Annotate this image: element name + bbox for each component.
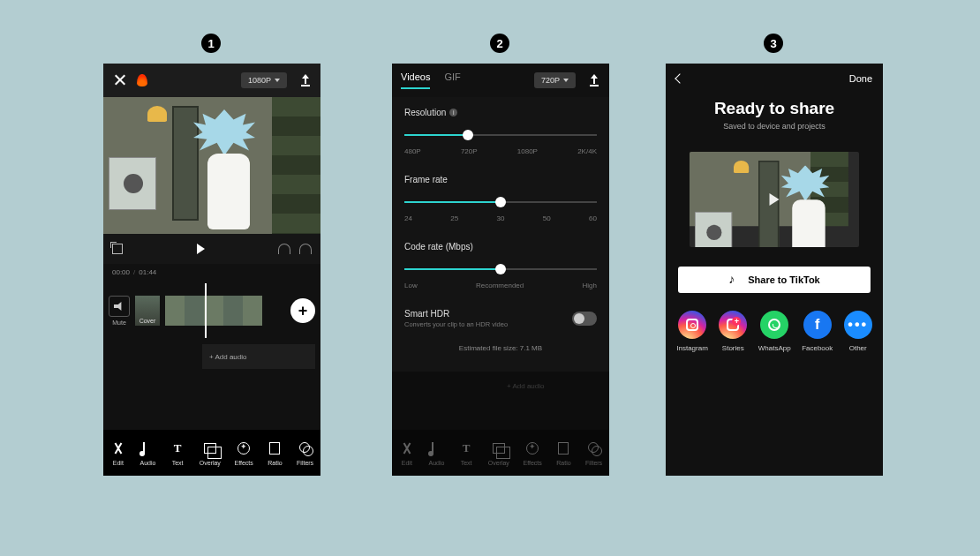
redo-icon[interactable] xyxy=(299,244,312,254)
chevron-down-icon xyxy=(275,79,280,82)
step-badge-1: 1 xyxy=(201,34,221,53)
timeline[interactable]: Mute Cover + xyxy=(103,280,320,342)
close-icon[interactable] xyxy=(112,72,128,88)
export-icon[interactable] xyxy=(588,74,600,86)
stories-icon xyxy=(719,311,747,339)
tool-overlay[interactable]: Overlay xyxy=(200,440,221,466)
playhead[interactable] xyxy=(205,283,207,338)
text-icon: T xyxy=(170,440,185,456)
screen-2-export-settings: Videos GIF 720P Resolutioni 480P 720P 10… xyxy=(392,64,609,476)
share-instagram[interactable]: Instagram xyxy=(676,311,708,352)
facebook-icon: f xyxy=(803,311,832,339)
music-note-icon xyxy=(143,442,152,455)
slider-thumb[interactable] xyxy=(495,264,506,274)
resolution-value: 1080P xyxy=(248,76,271,85)
filters-icon xyxy=(299,442,312,455)
cover-button[interactable]: Cover xyxy=(135,296,160,326)
fullscreen-icon[interactable] xyxy=(112,244,123,254)
screen-1-editor: 1080P 00:00 / 01:44 Mute Cover xyxy=(103,64,320,476)
slider-thumb[interactable] xyxy=(495,197,506,207)
slider-frame-rate[interactable]: Frame rate 24 25 30 50 60 xyxy=(404,175,597,222)
share-targets: Instagram Stories WhatsApp f Facebook ••… xyxy=(666,311,883,352)
play-icon xyxy=(770,193,780,206)
share-other[interactable]: ••• Other xyxy=(844,311,872,352)
tool-filters[interactable]: Filters xyxy=(297,440,313,466)
export-topbar: Videos GIF 720P xyxy=(392,64,609,97)
chevron-down-icon xyxy=(563,79,569,82)
resolution-dropdown[interactable]: 1080P xyxy=(241,72,287,88)
back-icon[interactable] xyxy=(675,73,684,83)
effects-icon xyxy=(237,442,250,455)
clip-strip[interactable] xyxy=(165,296,285,326)
tab-gif[interactable]: GIF xyxy=(444,71,460,89)
more-icon: ••• xyxy=(844,311,872,339)
estimated-size: Estimated file size: 7.1 MB xyxy=(404,344,597,352)
share-title: Ready to share xyxy=(666,99,883,118)
done-button[interactable]: Done xyxy=(849,73,872,84)
add-audio-button[interactable]: + Add audio xyxy=(202,344,315,369)
tool-edit[interactable]: Edit xyxy=(110,440,126,466)
tool-effects[interactable]: Effects xyxy=(235,440,253,466)
share-subtitle: Saved to device and projects xyxy=(666,122,883,131)
resolution-dropdown[interactable]: 720P xyxy=(534,72,576,88)
overlay-icon xyxy=(204,443,216,454)
smart-hdr-row: Smart HDR Converts your clip to an HDR v… xyxy=(404,309,597,328)
whatsapp-icon xyxy=(760,311,788,339)
tiktok-icon xyxy=(728,274,741,286)
slider-resolution[interactable]: Resolutioni 480P 720P 1080P 2K/4K xyxy=(404,108,597,155)
ratio-icon xyxy=(269,442,280,455)
video-preview[interactable] xyxy=(103,97,320,234)
share-whatsapp[interactable]: WhatsApp xyxy=(758,311,791,352)
bottom-toolbar: Edit Audio TText Overlay Effects Ratio F… xyxy=(103,430,320,476)
step-badge-3: 3 xyxy=(764,34,783,53)
playback-controls xyxy=(103,234,320,264)
flame-icon[interactable] xyxy=(137,74,147,86)
share-facebook[interactable]: f Facebook xyxy=(802,311,833,352)
resolution-value: 720P xyxy=(541,76,560,85)
step-badge-2: 2 xyxy=(490,34,509,53)
play-icon[interactable] xyxy=(197,244,205,254)
editor-topbar: 1080P xyxy=(103,64,320,97)
tool-text[interactable]: TText xyxy=(170,440,185,466)
undo-icon[interactable] xyxy=(278,244,290,254)
slider-thumb[interactable] xyxy=(463,130,473,140)
export-icon[interactable] xyxy=(299,74,312,86)
mute-button[interactable]: Mute xyxy=(109,296,130,326)
dimmed-toolbar: Edit Audio TText Overlay Effects Ratio F… xyxy=(392,430,609,476)
exported-video-thumbnail[interactable] xyxy=(690,152,859,247)
screen-3-share: Done Ready to share Saved to device and … xyxy=(666,64,883,476)
info-icon[interactable]: i xyxy=(449,109,457,116)
hdr-toggle[interactable] xyxy=(572,312,597,326)
add-clip-button[interactable]: + xyxy=(290,298,315,323)
slider-code-rate[interactable]: Code rate (Mbps) Low Recommended High xyxy=(404,242,597,289)
tool-ratio[interactable]: Ratio xyxy=(267,440,283,466)
scissors-icon xyxy=(112,442,124,455)
tool-audio[interactable]: Audio xyxy=(139,440,155,466)
instagram-icon xyxy=(678,311,706,339)
time-display: 00:00 / 01:44 xyxy=(103,264,320,280)
time-current: 00:00 xyxy=(112,268,130,276)
share-tiktok-button[interactable]: Share to TikTok xyxy=(678,267,871,293)
mute-icon xyxy=(114,302,124,311)
time-total: 01:44 xyxy=(139,268,156,276)
share-stories[interactable]: Stories xyxy=(719,311,747,352)
export-sliders: Resolutioni 480P 720P 1080P 2K/4K Frame … xyxy=(392,97,609,372)
tab-videos[interactable]: Videos xyxy=(401,71,430,89)
share-topbar: Done xyxy=(666,64,883,94)
